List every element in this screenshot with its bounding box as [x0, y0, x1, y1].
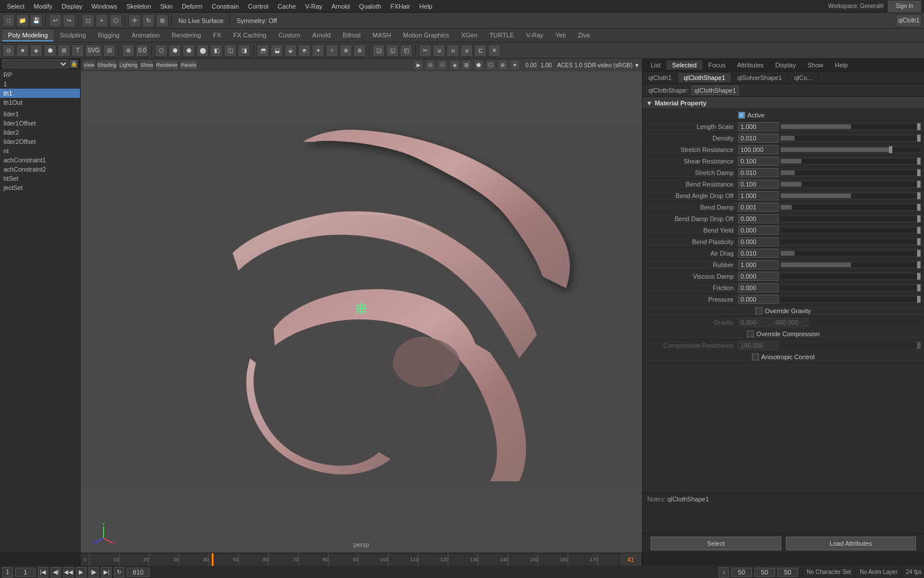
- step-back-btn[interactable]: ◀|: [51, 567, 61, 577]
- attr-slider-air-drag[interactable]: [781, 251, 921, 256]
- icon-tool-29[interactable]: ✂: [419, 44, 432, 57]
- frame-start-field[interactable]: 1: [2, 567, 13, 577]
- vp-icon7[interactable]: ⬡: [486, 60, 496, 70]
- attr-slider-friction[interactable]: [781, 286, 921, 290]
- attr-slider-bend-damp[interactable]: [781, 205, 921, 210]
- sidebar-item-ach2[interactable]: achConstraint2: [0, 165, 80, 174]
- menu-windows[interactable]: Windows: [87, 2, 122, 11]
- go-to-end-btn[interactable]: ▶|: [101, 567, 112, 577]
- icon-tool-11[interactable]: ⬡: [155, 44, 167, 57]
- attr-value-length-scale[interactable]: [738, 122, 778, 131]
- attr-slider-shear-resistance[interactable]: [781, 159, 921, 163]
- icon-tool-19[interactable]: ⬓: [270, 44, 283, 57]
- sidebar-item-lider1[interactable]: lider1: [0, 109, 80, 119]
- mode-tab-poly-modeling[interactable]: Poly Modeling: [2, 30, 54, 41]
- profile-dropdown[interactable]: qlCloth1: [896, 14, 922, 27]
- attr-value-bend-resistance[interactable]: [738, 180, 778, 189]
- sidebar-item-lider2offset[interactable]: lider2Offset: [0, 137, 80, 146]
- material-property-section-header[interactable]: ▼ Material Property: [643, 97, 924, 109]
- attr-checkbox-override-gravity[interactable]: [755, 307, 762, 314]
- mode-tab-fx-caching[interactable]: FX Caching: [227, 30, 272, 41]
- select-tool-btn[interactable]: ◻: [82, 14, 94, 27]
- icon-tool-28[interactable]: ◰: [400, 44, 413, 57]
- attr-value-density[interactable]: [738, 134, 778, 143]
- attr-slider-stretch-resistance[interactable]: [781, 147, 921, 152]
- attr-value-bend-damp-drop-off[interactable]: [738, 214, 778, 223]
- icon-tool-2[interactable]: ★: [16, 44, 29, 57]
- move-tool-btn[interactable]: ✛: [128, 14, 141, 27]
- attr-value-shear-resistance[interactable]: [738, 157, 778, 166]
- mode-tab-yeti[interactable]: Yeti: [549, 30, 571, 41]
- rp-tab-display[interactable]: Display: [769, 60, 801, 70]
- icon-tool-18[interactable]: ⬒: [257, 44, 269, 57]
- attr-value-viscous-damp[interactable]: [738, 272, 778, 281]
- attr-checkbox-active[interactable]: ✓: [738, 112, 745, 119]
- sidebar-item-htset[interactable]: htSet: [0, 174, 80, 183]
- icon-tool-1[interactable]: ⊙: [2, 44, 15, 57]
- rp-subtab-qlsolvershape1[interactable]: qlSolverShape1: [732, 73, 789, 82]
- icon-tool-34[interactable]: ✕: [488, 44, 501, 57]
- attr-value-stretch-resistance[interactable]: [738, 145, 778, 154]
- menu-fxhair[interactable]: FXHair: [386, 2, 415, 11]
- mode-tab-turtle[interactable]: TURTLE: [484, 30, 520, 41]
- attr-value-bend-damp[interactable]: [738, 203, 778, 212]
- rp-subtab-qlclothshape1[interactable]: qlClothShape1: [678, 73, 731, 82]
- attr-slider-bend-angle-drop-off[interactable]: [781, 193, 921, 198]
- icon-tool-23[interactable]: ✧: [326, 44, 338, 57]
- attr-checkbox-anisotropic-control[interactable]: [752, 353, 759, 360]
- undo-btn[interactable]: ↩: [49, 14, 62, 27]
- attr-slider-bend-yield[interactable]: [781, 228, 921, 233]
- icon-tool-32[interactable]: ⊎: [460, 44, 473, 57]
- sign-in-button[interactable]: Sign In: [887, 0, 922, 13]
- attr-value-stretch-damp[interactable]: [738, 168, 778, 177]
- vp-icon5[interactable]: ⊞: [461, 60, 472, 70]
- icon-tool-10[interactable]: 0.0: [136, 44, 148, 57]
- mode-tab-ziva[interactable]: Ziva: [572, 30, 595, 41]
- icon-tool-7[interactable]: SVG: [85, 44, 102, 57]
- icon-tool-17[interactable]: ◨: [238, 44, 250, 57]
- load-attributes-button[interactable]: Load Attributes: [786, 537, 917, 550]
- icon-tool-31[interactable]: ⊍: [446, 44, 459, 57]
- secondary-frame1[interactable]: [731, 568, 752, 577]
- menu-cache[interactable]: Cache: [273, 2, 301, 11]
- menu-arnold[interactable]: Arnold: [327, 2, 354, 11]
- attr-value-friction[interactable]: [738, 283, 778, 292]
- rp-tab-selected[interactable]: Selected: [666, 60, 702, 70]
- paint-tool-btn[interactable]: ⬡: [109, 14, 122, 27]
- mode-tab-rendering[interactable]: Rendering: [166, 30, 207, 41]
- attr-value-pressure[interactable]: [738, 295, 778, 304]
- menu-help[interactable]: Help: [415, 2, 437, 11]
- attr-slider-bend-plasticity[interactable]: [781, 239, 921, 244]
- icon-tool-16[interactable]: ◫: [224, 44, 236, 57]
- vp-icon3[interactable]: ☉: [437, 60, 448, 70]
- new-scene-btn[interactable]: □: [2, 14, 15, 27]
- vp-icon4[interactable]: ◈: [449, 60, 460, 70]
- icon-tool-20[interactable]: ⬙: [284, 44, 297, 57]
- rp-tab-attributes[interactable]: Attributes: [731, 60, 769, 70]
- timeline-ruler[interactable]: 0 10 20 30 40 50 60 70 80 90 100 110: [81, 553, 619, 566]
- icon-tool-14[interactable]: ⬤: [196, 44, 209, 57]
- sidebar-dropdown[interactable]: [2, 59, 68, 69]
- vp-lighting-btn[interactable]: Lighting: [119, 60, 138, 70]
- attr-value-rubber[interactable]: [738, 260, 778, 269]
- menu-select[interactable]: Select: [2, 2, 29, 11]
- icon-tool-26[interactable]: ◲: [372, 44, 385, 57]
- rp-tab-focus[interactable]: Focus: [702, 60, 731, 70]
- attr-value-bend-plasticity[interactable]: [738, 237, 778, 246]
- attr-slider-pressure[interactable]: [781, 297, 921, 302]
- attr-value-air-drag[interactable]: [738, 249, 778, 258]
- sidebar-item-1[interactable]: 1: [0, 79, 80, 89]
- secondary-frame2[interactable]: [754, 568, 775, 577]
- rp-shape-value[interactable]: qlClothShape1: [692, 86, 739, 95]
- attr-checkbox-override-compression[interactable]: [747, 330, 754, 337]
- attr-value-bend-yield[interactable]: [738, 226, 778, 235]
- start-frame-input[interactable]: [15, 568, 36, 577]
- mode-tab-arnold[interactable]: Arnold: [307, 30, 337, 41]
- attr-value-bend-angle-drop-off[interactable]: [738, 191, 778, 200]
- icon-tool-33[interactable]: ⊏: [474, 44, 487, 57]
- mode-tab-xgen[interactable]: XGen: [456, 30, 483, 41]
- viewport[interactable]: View Shading Lighting Show Renderer Pane…: [81, 59, 642, 553]
- rp-tab-help[interactable]: Help: [829, 60, 854, 70]
- loop-btn[interactable]: ↻: [114, 567, 124, 577]
- scale-tool-btn[interactable]: ⊞: [156, 14, 169, 27]
